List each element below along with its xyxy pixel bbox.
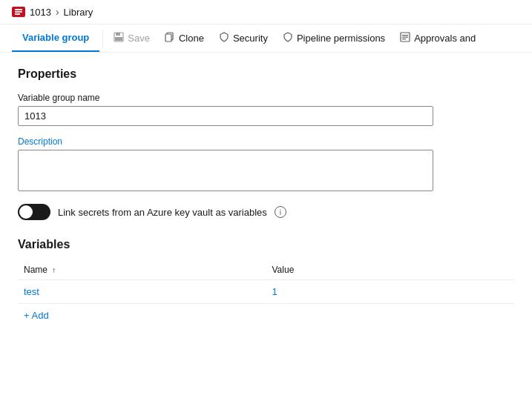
breadcrumb-project[interactable]: 1013 — [30, 7, 51, 18]
clone-icon — [165, 32, 175, 44]
svg-rect-5 — [116, 33, 120, 36]
tab-security[interactable]: Security — [211, 26, 275, 50]
breadcrumb: 1013 › Library — [0, 0, 532, 24]
save-icon — [114, 32, 124, 44]
name-field-group: Variable group name — [18, 93, 514, 126]
column-header-value: Value — [266, 260, 515, 280]
name-label: Variable group name — [18, 93, 514, 103]
variables-table: Name ↑ Value test 1 — [18, 260, 514, 304]
tab-approvals[interactable]: Approvals and — [393, 26, 483, 50]
description-field-group: Description — [18, 136, 514, 193]
clone-label: Clone — [179, 33, 204, 44]
tabs-bar: Variable group Save Clone Security — [0, 24, 532, 53]
svg-rect-6 — [115, 37, 122, 41]
approvals-icon — [400, 32, 410, 44]
svg-rect-12 — [402, 39, 406, 39]
pipeline-permissions-icon — [283, 32, 293, 44]
toggle-label: Link secrets from an Azure key vault as … — [58, 207, 267, 218]
variables-title: Variables — [18, 238, 514, 251]
info-icon[interactable]: i — [275, 206, 286, 218]
properties-title: Properties — [18, 67, 514, 81]
row-value[interactable]: 1 — [266, 280, 515, 304]
main-content: Properties Variable group name Descripti… — [0, 53, 532, 342]
tab-clone[interactable]: Clone — [157, 26, 211, 50]
svg-rect-11 — [402, 37, 408, 38]
security-label: Security — [233, 33, 268, 44]
tab-separator-1 — [102, 30, 103, 47]
svg-rect-8 — [165, 34, 171, 42]
save-label: Save — [128, 33, 150, 44]
breadcrumb-page: Library — [64, 7, 93, 18]
add-variable-link[interactable]: + Add — [18, 304, 514, 327]
pipeline-permissions-label: Pipeline permissions — [297, 33, 385, 44]
toggle-row: Link secrets from an Azure key vault as … — [18, 204, 514, 220]
svg-rect-3 — [15, 13, 20, 15]
toggle-thumb — [19, 205, 33, 219]
security-icon — [219, 32, 229, 44]
breadcrumb-separator: › — [56, 6, 59, 18]
description-input[interactable] — [18, 150, 433, 191]
name-input[interactable] — [18, 106, 433, 126]
tab-variable-group[interactable]: Variable group — [12, 24, 99, 52]
table-row: test 1 — [18, 280, 514, 304]
approvals-label: Approvals and — [414, 33, 476, 44]
description-label: Description — [18, 136, 514, 147]
project-icon — [12, 7, 25, 17]
tab-save[interactable]: Save — [106, 26, 157, 50]
keyvault-toggle[interactable] — [18, 204, 50, 220]
row-name[interactable]: test — [18, 280, 266, 304]
svg-rect-1 — [15, 9, 22, 10]
svg-rect-2 — [15, 11, 22, 13]
svg-rect-10 — [402, 35, 408, 36]
column-header-name: Name ↑ — [18, 260, 266, 280]
sort-arrow-name[interactable]: ↑ — [52, 266, 56, 274]
tab-pipeline-permissions[interactable]: Pipeline permissions — [275, 26, 393, 50]
